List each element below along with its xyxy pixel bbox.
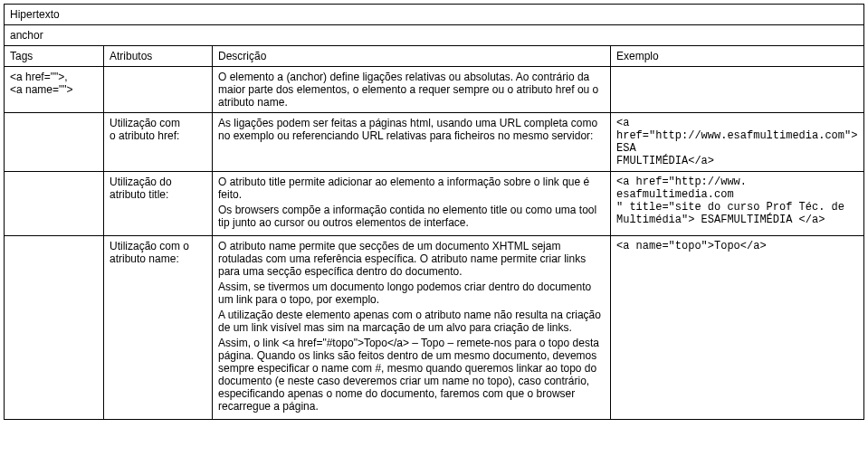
name-desc-p1: O atributo name permite que secções de u…	[218, 240, 605, 278]
name-desc-p4: Assim, o link <a href="#topo">Topo</a> –…	[218, 337, 605, 413]
cell-name-attr: Utilização com o atributo name:	[104, 236, 213, 420]
attr-href-label-1: Utilização com	[110, 117, 180, 129]
col-desc-header: Descrição	[213, 46, 611, 67]
document-table: Hipertexto anchor Tags Atributos Descriç…	[4, 4, 864, 420]
col-example-header: Exemplo	[610, 46, 863, 67]
ex-href-line2: href="http://www.esafmultimedia.com">ESA	[616, 129, 857, 155]
cell-title-example: <a href="http://www. esafmultimedia.com …	[610, 172, 863, 236]
tag-name-syntax: <a name="">	[10, 83, 73, 96]
cell-main-tags: <a href="">, <a name="">	[5, 67, 104, 113]
cell-name-example: <a name="topo">Topo</a>	[610, 236, 863, 420]
ex-title-line2: " title="site do curso Prof Téc. de	[616, 201, 844, 214]
cell-main-desc: O elemento a (anchor) define ligações re…	[213, 67, 611, 113]
row-title: Utilização do atributo title: O atributo…	[5, 172, 864, 236]
cell-title-attr: Utilização do atributo title:	[104, 172, 213, 236]
ex-title-line3: Multimédia"> ESAFMULTIMÉDIA </a>	[616, 214, 825, 226]
col-attrs-header: Atributos	[104, 46, 213, 67]
row-name: Utilização com o atributo name: O atribu…	[5, 236, 864, 420]
attr-title-label-1: Utilização do	[110, 176, 172, 188]
cell-title-desc: O atributo title permite adicionar ao el…	[213, 172, 611, 236]
name-desc-p3: A utilização deste elemento apenas com o…	[218, 309, 605, 334]
cell-name-tags	[5, 236, 104, 420]
cell-href-tags	[5, 113, 104, 172]
name-desc-p2: Assim, se tivermos um documento longo po…	[218, 281, 605, 306]
ex-href-line3: FMULTIMÉDIA</a>	[616, 155, 714, 167]
attr-title-label-2: atributo title:	[110, 188, 168, 201]
header-row: Tags Atributos Descrição Exemplo	[5, 46, 864, 67]
title-desc-p1: O atributo title permite adicionar ao el…	[218, 176, 605, 201]
cell-href-desc: As ligações podem ser feitas a páginas h…	[213, 113, 611, 172]
cell-href-example: <a href="http://www.esafmultimedia.com">…	[610, 113, 863, 172]
section-row: anchor	[5, 25, 864, 46]
title-row: Hipertexto	[5, 5, 864, 25]
col-tags-header: Tags	[5, 46, 104, 67]
ex-href-line1: <a	[616, 117, 629, 129]
ex-title-line1: <a href="http://www. esafmultimedia.com	[616, 176, 747, 201]
cell-name-desc: O atributo name permite que secções de u…	[213, 236, 611, 420]
cell-title-tags	[5, 172, 104, 236]
row-href: Utilização com o atributo href: As ligaç…	[5, 113, 864, 172]
page-title: Hipertexto	[5, 5, 864, 25]
tag-href-syntax: <a href="">,	[10, 71, 68, 83]
row-main: <a href="">, <a name=""> O elemento a (a…	[5, 67, 864, 113]
cell-href-attr: Utilização com o atributo href:	[104, 113, 213, 172]
title-desc-p2: Os browsers compõe a informação contida …	[218, 204, 605, 229]
attr-href-label-2: o atributo href:	[110, 129, 179, 142]
attr-name-label-2: atributo name:	[110, 252, 179, 265]
cell-main-attr	[104, 67, 213, 113]
section-label: anchor	[5, 25, 864, 46]
attr-name-label-1: Utilização com o	[110, 240, 189, 252]
cell-main-example	[610, 67, 863, 113]
